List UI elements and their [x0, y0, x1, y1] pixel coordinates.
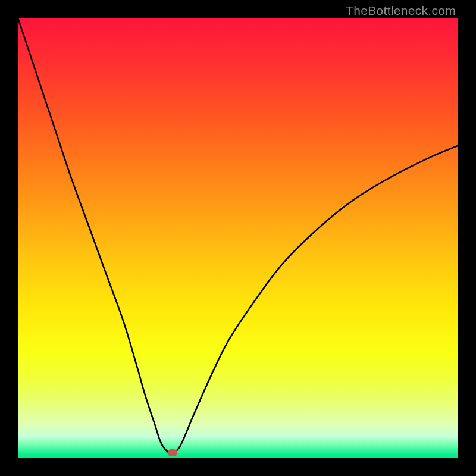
minimum-marker	[168, 449, 177, 456]
curve-svg	[18, 18, 458, 458]
plot-area	[18, 18, 458, 458]
chart-container: TheBottleneck.com	[0, 0, 476, 476]
watermark-text: TheBottleneck.com	[346, 4, 456, 18]
bottleneck-curve	[18, 18, 458, 453]
